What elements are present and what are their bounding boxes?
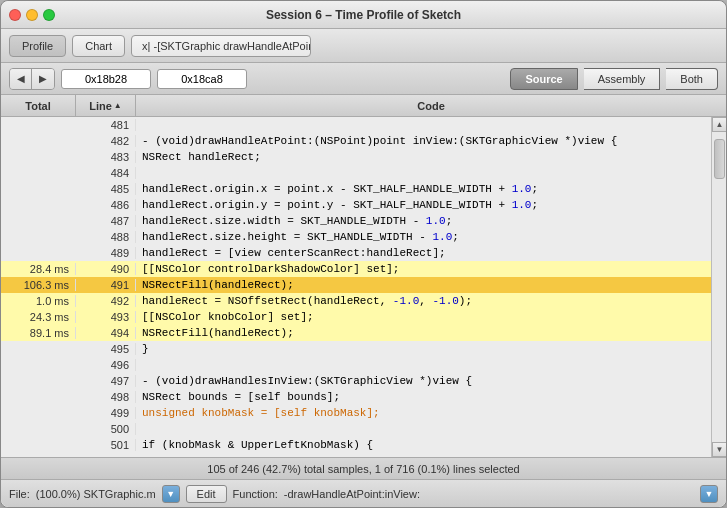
table-row[interactable]: 481 [1, 117, 711, 133]
main-window: Session 6 – Time Profile of Sketch Profi… [0, 0, 727, 508]
cell-code: } [136, 343, 711, 355]
code-header: Total Line ▲ Code [1, 95, 726, 117]
cell-line: 495 [76, 343, 136, 355]
cell-line: 487 [76, 215, 136, 227]
cell-code: - (void)drawHandleAtPoint:(NSPoint)point… [136, 135, 711, 147]
table-row[interactable]: 486 handleRect.origin.y = point.y - SKT_… [1, 197, 711, 213]
cell-line: 484 [76, 167, 136, 179]
table-row[interactable]: 1.0 ms 492 handleRect = NSOffsetRect(han… [1, 293, 711, 309]
code-area: 481 482 - (void)drawHandleAtPoint:(NSPoi… [1, 117, 726, 457]
table-row[interactable]: 497 - (void)drawHandlesInView:(SKTGraphi… [1, 373, 711, 389]
cell-line: 483 [76, 151, 136, 163]
table-row[interactable]: 483 NSRect handleRect; [1, 149, 711, 165]
table-row[interactable]: 24.3 ms 493 [[NSColor knobColor] set]; [1, 309, 711, 325]
code-column-header: Code [136, 95, 726, 116]
cell-code: handleRect.origin.x = point.x - SKT_HALF… [136, 183, 711, 195]
table-row[interactable]: 485 handleRect.origin.x = point.x - SKT_… [1, 181, 711, 197]
forward-button[interactable]: ▶ [32, 69, 54, 89]
cell-code: NSRect handleRect; [136, 151, 711, 163]
table-row[interactable]: 484 [1, 165, 711, 181]
toolbar: Profile Chart x| -[SKTGraphic drawHandle… [1, 29, 726, 63]
cell-line: 482 [76, 135, 136, 147]
profile-tab[interactable]: Profile [9, 35, 66, 57]
both-button[interactable]: Both [666, 68, 718, 90]
cell-line: 491 [76, 279, 136, 291]
assembly-button[interactable]: Assembly [584, 68, 661, 90]
traffic-lights [9, 9, 55, 21]
sort-arrow-icon: ▲ [114, 101, 122, 110]
cell-line: 485 [76, 183, 136, 195]
scroll-up-button[interactable]: ▲ [712, 117, 726, 132]
cell-line: 496 [76, 359, 136, 371]
maximize-button[interactable] [43, 9, 55, 21]
breadcrumb-tab[interactable]: x| -[SKTGraphic drawHandleAtPoint:inView… [131, 35, 311, 57]
cell-code: NSRect bounds = [self bounds]; [136, 391, 711, 403]
cell-total: 1.0 ms [1, 295, 76, 307]
scrollbar[interactable]: ▲ ▼ [711, 117, 726, 457]
cell-code: [[NSColor knobColor] set]; [136, 311, 711, 323]
cell-line: 497 [76, 375, 136, 387]
cell-line: 499 [76, 407, 136, 419]
function-select-button[interactable]: ▼ [700, 485, 718, 503]
table-row[interactable]: 499 unsigned knobMask = [self knobMask]; [1, 405, 711, 421]
cell-total: 106.3 ms [1, 279, 76, 291]
table-row[interactable]: 498 NSRect bounds = [self bounds]; [1, 389, 711, 405]
cell-code: - (void)drawHandlesInView:(SKTGraphicVie… [136, 375, 711, 387]
cell-code: NSRectFill(handleRect); [136, 279, 711, 291]
table-row[interactable]: 489 handleRect = [view centerScanRect:ha… [1, 245, 711, 261]
cell-code: unsigned knobMask = [self knobMask]; [136, 407, 711, 419]
table-row[interactable]: 106.3 ms 491 NSRectFill(handleRect); [1, 277, 711, 293]
cell-line: 501 [76, 439, 136, 451]
cell-line: 490 [76, 263, 136, 275]
cell-code: handleRect.size.height = SKT_HANDLE_WIDT… [136, 231, 711, 243]
cell-line: 494 [76, 327, 136, 339]
cell-code: if (knobMask & UpperLeftKnobMask) { [136, 439, 711, 451]
cell-line: 488 [76, 231, 136, 243]
cell-code: [[NSColor controlDarkShadowColor] set]; [136, 263, 711, 275]
scroll-down-button[interactable]: ▼ [712, 442, 726, 457]
total-column-header[interactable]: Total [1, 95, 76, 116]
table-row[interactable]: 500 [1, 421, 711, 437]
function-value: -drawHandleAtPoint:inView: [284, 488, 420, 500]
nav-bar: ◀ ▶ Source Assembly Both [1, 63, 726, 95]
table-row[interactable]: 487 handleRect.size.width = SKT_HANDLE_W… [1, 213, 711, 229]
scroll-thumb-area [712, 132, 726, 442]
chart-tab[interactable]: Chart [72, 35, 125, 57]
file-select-button[interactable]: ▼ [162, 485, 180, 503]
close-button[interactable] [9, 9, 21, 21]
cell-code: NSRectFill(handleRect); [136, 327, 711, 339]
file-label: File: [9, 488, 30, 500]
cell-line: 498 [76, 391, 136, 403]
table-row[interactable]: 28.4 ms 490 [[NSColor controlDarkShadowC… [1, 261, 711, 277]
code-table[interactable]: 481 482 - (void)drawHandleAtPoint:(NSPoi… [1, 117, 711, 457]
address-input-2[interactable] [157, 69, 247, 89]
cell-total: 89.1 ms [1, 327, 76, 339]
table-row[interactable]: 488 handleRect.size.height = SKT_HANDLE_… [1, 229, 711, 245]
status-bar: 105 of 246 (42.7%) total samples, 1 of 7… [1, 457, 726, 479]
address-input-1[interactable] [61, 69, 151, 89]
edit-button[interactable]: Edit [186, 485, 227, 503]
nav-arrows: ◀ ▶ [9, 68, 55, 90]
scroll-thumb[interactable] [714, 139, 725, 179]
cell-line: 500 [76, 423, 136, 435]
table-row[interactable]: 496 [1, 357, 711, 373]
cell-code: handleRect = [view centerScanRect:handle… [136, 247, 711, 259]
bottom-bar: File: (100.0%) SKTGraphic.m ▼ Edit Funct… [1, 479, 726, 507]
cell-line: 493 [76, 311, 136, 323]
table-row[interactable]: 495 } [1, 341, 711, 357]
cell-code: handleRect = NSOffsetRect(handleRect, -1… [136, 295, 711, 307]
table-row[interactable]: 89.1 ms 494 NSRectFill(handleRect); [1, 325, 711, 341]
status-text: 105 of 246 (42.7%) total samples, 1 of 7… [207, 463, 519, 475]
cell-code: handleRect.origin.y = point.y - SKT_HALF… [136, 199, 711, 211]
table-row[interactable]: 482 - (void)drawHandleAtPoint:(NSPoint)p… [1, 133, 711, 149]
source-button[interactable]: Source [510, 68, 577, 90]
cell-line: 486 [76, 199, 136, 211]
cell-line: 492 [76, 295, 136, 307]
table-row[interactable]: 501 if (knobMask & UpperLeftKnobMask) { [1, 437, 711, 453]
cell-total: 24.3 ms [1, 311, 76, 323]
back-button[interactable]: ◀ [10, 69, 32, 89]
minimize-button[interactable] [26, 9, 38, 21]
file-value: (100.0%) SKTGraphic.m [36, 488, 156, 500]
window-title: Session 6 – Time Profile of Sketch [266, 8, 461, 22]
title-bar: Session 6 – Time Profile of Sketch [1, 1, 726, 29]
